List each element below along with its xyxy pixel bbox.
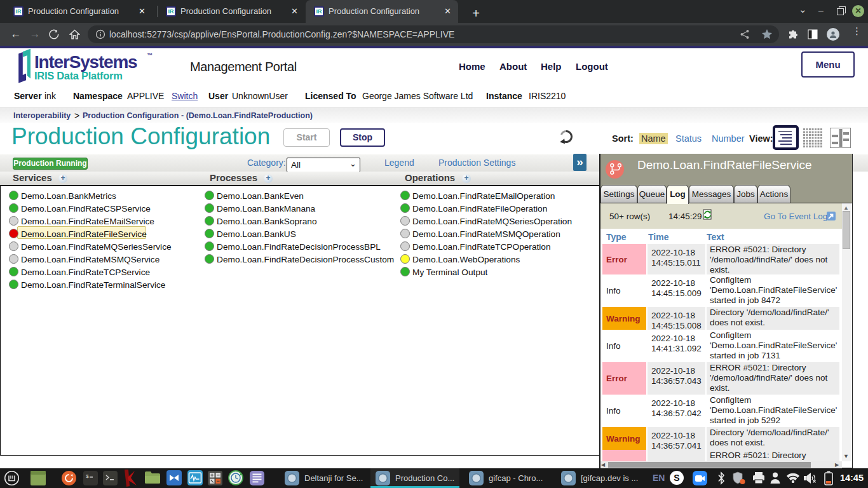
svg-text:™: ™ — [147, 52, 153, 58]
svg-text:$: $ — [86, 473, 89, 479]
svg-text:InterSystems: InterSystems — [34, 52, 137, 72]
svg-text:IRIS Data Platform: IRIS Data Platform — [34, 70, 123, 81]
